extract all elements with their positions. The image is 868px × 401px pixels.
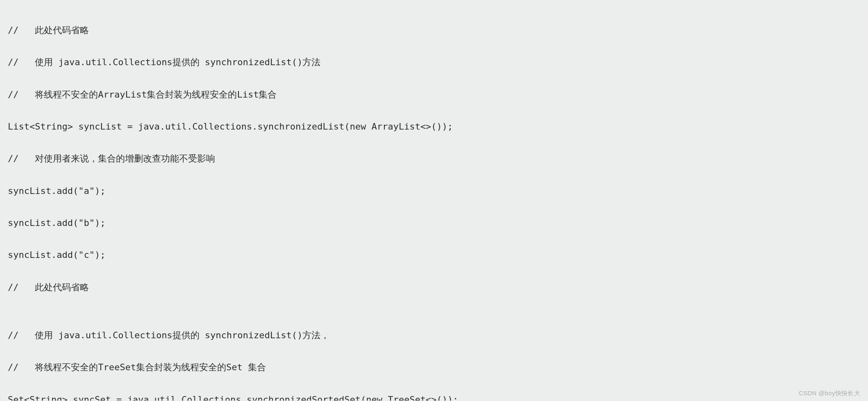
watermark-text: CSDN @boy快快长大 bbox=[799, 388, 860, 399]
code-line: // 使用 java.util.Collections提供的 synchroni… bbox=[8, 54, 860, 70]
code-line: // 对使用者来说，集合的增删改查功能不受影响 bbox=[8, 150, 860, 166]
code-block: // 此处代码省略 // 使用 java.util.Collections提供的… bbox=[0, 0, 868, 401]
code-line: // 将线程不安全的ArrayList集合封装为线程安全的List集合 bbox=[8, 87, 860, 103]
code-line: // 此处代码省略 bbox=[8, 279, 860, 295]
code-line: syncList.add("c"); bbox=[8, 247, 860, 263]
code-line: // 将线程不安全的TreeSet集合封装为线程安全的Set 集合 bbox=[8, 359, 860, 375]
code-line: // 使用 java.util.Collections提供的 synchroni… bbox=[8, 327, 860, 343]
code-line: syncList.add("b"); bbox=[8, 215, 860, 231]
code-line: Set<String> syncSet = java.util.Collecti… bbox=[8, 392, 860, 401]
code-line: List<String> syncList = java.util.Collec… bbox=[8, 118, 860, 134]
code-line: syncList.add("a"); bbox=[8, 183, 860, 199]
code-line: // 此处代码省略 bbox=[8, 22, 860, 38]
